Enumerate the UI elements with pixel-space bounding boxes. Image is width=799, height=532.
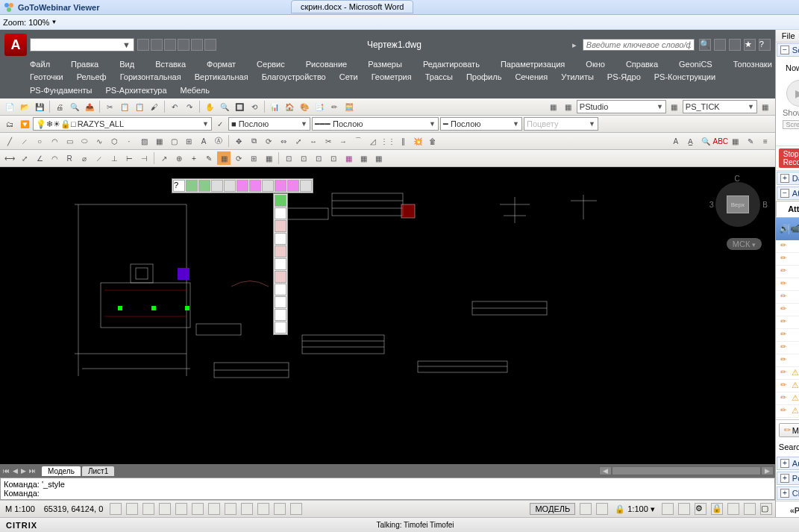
undo-icon[interactable] [178, 39, 189, 51]
pv-9[interactable] [275, 296, 286, 308]
ps-icon-4[interactable]: ▦ [759, 100, 772, 113]
menu-blagoustr[interactable]: Благоустройство [262, 72, 326, 81]
ps-3-icon[interactable]: ⊡ [312, 151, 325, 165]
ps-5-icon[interactable]: ▦ [342, 151, 355, 165]
menu-view[interactable]: Вид [119, 60, 134, 69]
pv-3[interactable] [275, 220, 286, 232]
layer-make-current-icon[interactable]: ✓ [213, 117, 227, 131]
edit-icon[interactable]: ✏ [777, 406, 789, 416]
open-icon[interactable] [151, 39, 163, 51]
snap2-icon[interactable]: ▦ [262, 151, 275, 165]
help-icon[interactable]: ? [759, 39, 771, 51]
menu-ps-konstr[interactable]: PS-Конструкции [654, 72, 715, 81]
stretch-icon[interactable]: ↔ [307, 134, 320, 148]
menu-secheniya[interactable]: Сечения [515, 72, 548, 81]
command-line[interactable]: Команда: '_style Команда: [0, 478, 775, 500]
viewcube[interactable]: Верх [715, 182, 760, 227]
tool-icon[interactable] [714, 39, 726, 51]
redo2-icon[interactable]: ↷ [183, 100, 196, 113]
menu-insert[interactable]: Вставка [155, 60, 186, 69]
mute-all-button[interactable]: ✏Mute All [779, 423, 799, 437]
pv-4[interactable] [275, 233, 286, 245]
expand-icon[interactable]: + [780, 489, 789, 498]
hscroll-track[interactable] [612, 466, 761, 475]
center-icon[interactable]: + [187, 151, 201, 165]
ducs-toggle[interactable] [208, 503, 220, 515]
audio-col-icon[interactable]: 🔊 [779, 224, 789, 234]
text-icon[interactable]: A [197, 134, 210, 148]
text-style-icon[interactable]: A [669, 134, 683, 148]
attendee-row[interactable]: ✏ Андрей Плешков [776, 329, 799, 342]
sc-toggle[interactable] [274, 503, 286, 515]
audio-header[interactable]: + Audio [777, 457, 799, 470]
pal-help-icon[interactable]: ? [173, 180, 185, 192]
open-file-icon[interactable]: 📂 [18, 100, 31, 113]
new-file-icon[interactable]: 📄 [3, 100, 16, 113]
text-style2-icon[interactable]: A̲ [684, 134, 698, 148]
autocad-logo[interactable]: A [4, 34, 27, 56]
hatch-icon[interactable]: ▨ [137, 134, 151, 148]
zoom-dropdown-arrow[interactable]: ▼ [51, 19, 57, 25]
hscroll-right-icon[interactable]: ▶ [761, 466, 774, 475]
osnap-toggle[interactable] [175, 503, 187, 515]
menu-topoznaki[interactable]: Топознаки [733, 60, 772, 69]
hscroll-left-icon[interactable]: ◀ [599, 466, 612, 475]
menu-dim[interactable]: Размеры [368, 60, 402, 69]
pv-6[interactable] [275, 258, 286, 270]
preview-icon[interactable]: 🔍 [68, 100, 81, 113]
pal-btn-6[interactable] [249, 180, 261, 192]
scale-icon[interactable]: ⤢ [292, 134, 305, 148]
pal-btn-10[interactable] [300, 180, 312, 192]
collapse-icon[interactable]: − [780, 189, 789, 198]
zoom-icon[interactable]: 🔍 [218, 100, 231, 113]
ps-style-2-combo[interactable]: PS_TICK▼ [683, 100, 757, 113]
dim-jog-icon[interactable]: ⟋ [93, 151, 106, 165]
edit-icon[interactable]: ✏ [777, 241, 789, 251]
paste-icon[interactable]: 📋 [133, 100, 146, 113]
menu-help[interactable]: Справка [626, 60, 658, 69]
menu-mebel[interactable]: Мебель [181, 86, 210, 95]
field-icon[interactable]: ▦ [729, 134, 742, 148]
menu-geotochki[interactable]: Геоточки [30, 72, 63, 81]
isolate-icon[interactable] [744, 503, 756, 515]
cmd-prompt[interactable]: Команда: [4, 489, 771, 498]
text-edit-icon[interactable]: ✎ [744, 134, 757, 148]
edit-icon[interactable]: ✏ [777, 292, 789, 302]
snap-toggle[interactable] [110, 503, 122, 515]
ps-6-icon[interactable]: ▦ [357, 151, 370, 165]
edit-icon[interactable]: ✏ [777, 342, 789, 353]
toolbar-lock-icon[interactable]: 🔒 [711, 503, 723, 515]
polygon-icon[interactable]: ⬡ [107, 134, 121, 148]
copy2-icon[interactable]: ⧉ [247, 134, 260, 148]
tab-first-icon[interactable]: ⏮ [1, 467, 11, 475]
sheet-set-icon[interactable]: 📑 [313, 100, 326, 113]
edit-icon[interactable]: ✏ [777, 317, 789, 328]
leader-icon[interactable]: ↗ [157, 151, 171, 165]
ellipse-icon[interactable]: ⬭ [78, 134, 91, 148]
dim-arc-icon[interactable]: ◠ [48, 151, 61, 165]
status-scale[interactable]: М 1:100 [3, 504, 37, 513]
menu-seti[interactable]: Сети [339, 72, 358, 81]
rotate-icon[interactable]: ⟳ [262, 134, 275, 148]
zoom-prev-icon[interactable]: ⟲ [248, 100, 261, 113]
dim-radius-icon[interactable]: R [63, 151, 76, 165]
offset-icon[interactable]: ‖ [396, 134, 410, 148]
line-icon[interactable]: ╱ [3, 134, 16, 148]
save-icon[interactable] [164, 39, 176, 51]
dim-aligned-icon[interactable]: ⤢ [18, 151, 31, 165]
attendee-row[interactable]: ✏ ? Irina Shipaeva [776, 253, 799, 266]
attendee-row[interactable]: ✏ ? Oleg Kalsin [776, 278, 799, 291]
quick-view-drawings-icon[interactable] [596, 503, 608, 515]
viewcube-face[interactable]: Верх [727, 195, 749, 213]
chat-header[interactable]: + Chat ▢✕ [777, 486, 799, 500]
ps-style-1-combo[interactable]: PStudio▼ [577, 100, 666, 113]
mirror-icon[interactable]: ⇔ [277, 134, 290, 148]
layer-combo[interactable]: 💡❄☀🔒□ RAZYS_ALL▼ [33, 117, 212, 131]
tab-model[interactable]: Модель [42, 466, 81, 476]
new-icon[interactable] [137, 39, 149, 51]
array-icon[interactable]: ⋮⋮ [381, 134, 395, 148]
dashboard-header[interactable]: + Dashboard ▢✕ [777, 172, 799, 185]
redo-icon[interactable] [191, 39, 203, 51]
ucs-label[interactable]: МСК ▾ [727, 238, 762, 250]
dim-linear-icon[interactable]: ⟷ [3, 151, 16, 165]
